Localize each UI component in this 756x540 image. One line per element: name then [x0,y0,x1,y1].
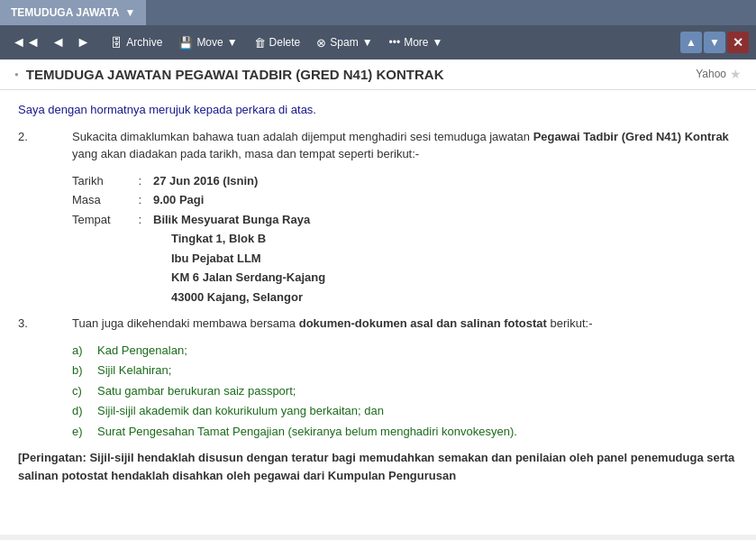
list-label-c: c) [72,382,90,400]
warning-text: [Peringatan: Sijil-sijil hendaklah disus… [18,451,734,482]
colon-tempat-3 [135,250,153,268]
move-button[interactable]: 💾 Move ▼ [171,32,244,53]
para2-start: Sukacita dimaklumkan bahawa tuan adalah … [72,130,533,143]
list-item-d: d) Sijil-sijil akademik dan kokurikulum … [72,402,738,420]
value-tempat-4: KM 6 Jalan Serdang-Kajang [171,269,325,287]
label-tempat-3 [72,250,135,268]
spam-icon: ⊗ [316,36,326,50]
detail-tempat-3: Ibu Pejabat LLM [72,250,738,268]
tab-title: TEMUDUGA JAWATA [11,6,119,19]
colon-tempat: : [135,211,153,229]
label-tarikh: Tarikh [72,172,135,190]
value-tempat-2: Tingkat 1, Blok B [171,230,266,248]
delete-icon: 🗑 [254,36,266,50]
para2-content: Sukacita dimaklumkan bahawa tuan adalah … [72,128,738,163]
forward-button[interactable]: ► [72,32,96,52]
more-label: More [404,36,428,49]
close-button[interactable]: ✕ [727,32,749,53]
para2-bold: Pegawai Tadbir (Gred N41) Kontrak [533,130,729,143]
nav-down-button[interactable]: ▼ [704,32,725,53]
email-tab[interactable]: TEMUDUGA JAWATA ▼ [0,0,146,25]
label-masa: Masa [72,191,135,209]
value-tempat-5: 43000 Kajang, Selangor [171,288,303,307]
list-label-d: d) [72,402,90,420]
para3-end: berikut:- [547,316,593,330]
intro-paragraph: Saya dengan hormatnya merujuk kepada per… [18,101,738,119]
colon-tempat-5 [135,288,153,307]
move-chevron: ▼ [227,36,238,49]
para3-content: Tuan juga dikehendaki membawa bersama do… [72,315,593,333]
para2-end: yang akan diadakan pada tarikh, masa dan… [72,147,419,160]
para3-number: 3. [18,315,72,333]
list-label-e: e) [72,423,90,441]
email-subject: TEMUDUGA JAWATAN PEGAWAI TADBIR (GRED N4… [14,67,443,82]
delete-button[interactable]: 🗑 Delete [247,32,308,53]
nav-buttons: ◄◄ ◄ ► [7,32,95,52]
move-icon: 💾 [178,36,193,50]
para3-bold: dokumen-dokumen asal dan salinan fotosta… [299,316,547,330]
label-tempat-5 [72,288,135,307]
list-item-b: b) Sijil Kelahiran; [72,362,738,380]
detail-tarikh: Tarikh : 27 Jun 2016 (Isnin) [72,172,738,190]
list-label-b: b) [72,362,90,380]
detail-tempat-4: KM 6 Jalan Serdang-Kajang [72,269,738,287]
detail-masa: Masa : 9.00 Pagi [72,191,738,209]
spam-button[interactable]: ⊗ Spam ▼ [309,32,379,53]
list-text-d: Sijil-sijil akademik dan kokurikulum yan… [97,402,384,420]
move-label: Move [196,36,223,49]
back-back-button[interactable]: ◄◄ [7,32,45,52]
details-table: Tarikh : 27 Jun 2016 (Isnin) Masa : 9.00… [72,172,738,307]
more-dots: ••• [389,36,401,49]
value-masa: 9.00 Pagi [153,191,204,209]
colon-tempat-2 [135,230,153,248]
list-item-c: c) Satu gambar berukuran saiz passport; [72,382,738,400]
archive-label: Archive [126,36,162,49]
intro-text: Saya dengan hormatnya merujuk kepada per… [18,103,316,116]
label-tempat-4 [72,269,135,287]
value-tempat-3: Ibu Pejabat LLM [171,250,261,268]
list-text-a: Kad Pengenalan; [97,342,187,360]
email-title-text: TEMUDUGA JAWATAN PEGAWAI TADBIR (GRED N4… [26,67,444,82]
delete-label: Delete [269,36,301,49]
list-item-a: a) Kad Pengenalan; [72,342,738,360]
para3-start: Tuan juga dikehendaki membawa bersama [72,316,299,330]
nav-up-button[interactable]: ▲ [680,32,702,53]
nav-right: ▲ ▼ ✕ [680,32,749,53]
para2-number: 2. [18,128,72,163]
more-chevron: ▼ [433,36,443,49]
star-icon[interactable]: ★ [730,67,742,81]
toolbar: ◄◄ ◄ ► 🗄 Archive 💾 Move ▼ 🗑 Delete ⊗ Spa… [0,25,756,59]
colon-tarikh: : [135,172,153,190]
label-tempat: Tempat [72,211,135,229]
paragraph-3: 3. Tuan juga dikehendaki membawa bersama… [18,315,738,333]
detail-tempat: Tempat : Bilik Mesyuarat Bunga Raya [72,211,738,229]
email-body: Saya dengan hormatnya merujuk kepada per… [0,90,756,535]
email-source: Yahoo ★ [696,67,742,81]
document-list: a) Kad Pengenalan; b) Sijil Kelahiran; c… [72,342,738,441]
paragraph-2: 2. Sukacita dimaklumkan bahawa tuan adal… [18,128,738,163]
value-tempat-1: Bilik Mesyuarat Bunga Raya [153,211,310,229]
list-text-e: Surat Pengesahan Tamat Pengajian (sekira… [97,423,517,441]
colon-masa: : [135,191,153,209]
list-item-e: e) Surat Pengesahan Tamat Pengajian (sek… [72,423,738,441]
tab-chevron: ▼ [124,6,135,19]
list-text-c: Satu gambar berukuran saiz passport; [97,382,296,400]
list-text-b: Sijil Kelahiran; [97,362,171,380]
colon-tempat-4 [135,269,153,287]
back-button[interactable]: ◄ [47,32,70,52]
detail-tempat-2: Tingkat 1, Blok B [72,230,738,248]
label-tempat-2 [72,230,135,248]
tab-bar: TEMUDUGA JAWATA ▼ [0,0,756,25]
detail-tempat-5: 43000 Kajang, Selangor [72,288,738,307]
spam-chevron: ▼ [362,36,373,49]
archive-button[interactable]: 🗄 Archive [104,32,169,53]
archive-icon: 🗄 [111,36,123,50]
list-label-a: a) [72,342,90,360]
email-header: TEMUDUGA JAWATAN PEGAWAI TADBIR (GRED N4… [0,59,756,90]
warning-paragraph: [Peringatan: Sijil-sijil hendaklah disus… [18,449,738,484]
more-button[interactable]: ••• More ▼ [382,32,451,52]
value-tarikh: 27 Jun 2016 (Isnin) [153,172,258,190]
source-label: Yahoo [696,68,726,80]
spam-label: Spam [330,36,358,49]
